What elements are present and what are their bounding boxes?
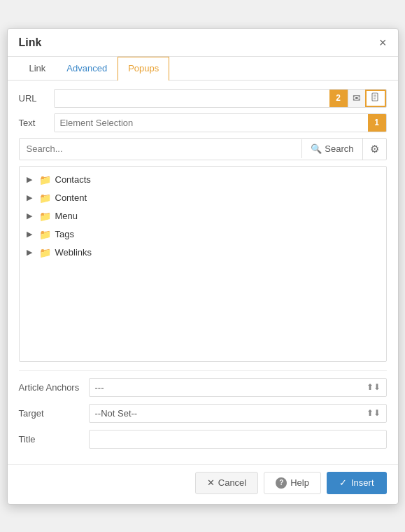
tree-arrow-weblinks: ▶ bbox=[27, 248, 35, 257]
cancel-button[interactable]: ✕ Cancel bbox=[195, 472, 258, 494]
url-label: URL bbox=[19, 93, 54, 104]
tree-label-content: Content bbox=[55, 192, 87, 203]
tree-arrow-tags: ▶ bbox=[27, 230, 35, 239]
tab-popups[interactable]: Popups bbox=[118, 57, 169, 80]
tree-area: ▶ 📁 Contacts ▶ 📁 Content ▶ 📁 Menu ▶ 📁 Ta… bbox=[19, 166, 387, 362]
checkmark-icon: ✓ bbox=[339, 477, 347, 488]
text-input[interactable] bbox=[55, 114, 368, 132]
title-label: Title bbox=[19, 434, 89, 444]
tree-label-tags: Tags bbox=[55, 229, 74, 239]
dialog-header: Link × bbox=[8, 29, 398, 57]
tree-item-menu[interactable]: ▶ 📁 Menu bbox=[20, 207, 386, 225]
tree-label-contacts: Contacts bbox=[55, 174, 91, 185]
tree-arrow-contacts: ▶ bbox=[27, 175, 35, 184]
dialog-title: Link bbox=[19, 36, 42, 55]
insert-button[interactable]: ✓ Insert bbox=[327, 472, 387, 494]
article-anchors-label: Article Anchors bbox=[19, 382, 89, 393]
settings-button[interactable]: ⚙ bbox=[362, 139, 386, 160]
text-badge: 1 bbox=[368, 114, 386, 132]
close-button[interactable]: × bbox=[379, 36, 387, 56]
text-row: Text 1 bbox=[19, 113, 387, 132]
tree-item-tags[interactable]: ▶ 📁 Tags bbox=[20, 225, 386, 244]
target-row: Target --Not Set-- ⬆⬇ bbox=[19, 404, 387, 423]
title-row: Title bbox=[19, 430, 387, 449]
tree-label-weblinks: Weblinks bbox=[55, 247, 92, 258]
tree-item-weblinks[interactable]: ▶ 📁 Weblinks bbox=[20, 244, 386, 262]
search-input[interactable] bbox=[20, 139, 302, 158]
link-dialog: Link × Link Advanced Popups URL 2 ✉ bbox=[7, 28, 399, 505]
folder-icon-menu: 📁 bbox=[39, 211, 51, 222]
cancel-icon: ✕ bbox=[207, 477, 215, 488]
help-icon: ? bbox=[276, 477, 287, 489]
tree-arrow-content: ▶ bbox=[27, 193, 35, 202]
search-row: 🔍 Search ⚙ bbox=[19, 138, 387, 160]
url-badge: 2 bbox=[329, 90, 348, 107]
tree-arrow-menu: ▶ bbox=[27, 211, 35, 220]
email-icon-button[interactable]: ✉ bbox=[348, 90, 365, 107]
title-input[interactable] bbox=[89, 430, 387, 449]
search-button[interactable]: 🔍 Search bbox=[301, 139, 362, 158]
article-anchors-value: --- bbox=[95, 382, 104, 393]
tree-label-menu: Menu bbox=[55, 211, 78, 221]
dialog-footer: ✕ Cancel ? Help ✓ Insert bbox=[8, 464, 398, 504]
folder-icon-contacts: 📁 bbox=[39, 174, 51, 186]
target-select[interactable]: --Not Set-- ⬆⬇ bbox=[89, 404, 387, 423]
article-anchors-select[interactable]: --- ⬆⬇ bbox=[89, 378, 387, 397]
target-value: --Not Set-- bbox=[95, 408, 138, 419]
search-icon: 🔍 bbox=[311, 144, 322, 154]
file-icon-button[interactable] bbox=[365, 90, 386, 107]
article-anchors-row: Article Anchors --- ⬆⬇ bbox=[19, 378, 387, 397]
article-anchors-arrows: ⬆⬇ bbox=[367, 382, 381, 392]
tab-link[interactable]: Link bbox=[19, 57, 57, 80]
folder-icon-weblinks: 📁 bbox=[39, 247, 51, 258]
help-button[interactable]: ? Help bbox=[264, 472, 321, 494]
bottom-form: Article Anchors --- ⬆⬇ Target --Not Set-… bbox=[19, 370, 387, 449]
dialog-body: URL 2 ✉ Text 1 bbox=[8, 80, 398, 464]
target-arrows: ⬆⬇ bbox=[367, 408, 381, 418]
text-label: Text bbox=[19, 118, 54, 128]
tab-bar: Link Advanced Popups bbox=[8, 57, 398, 80]
text-input-group: 1 bbox=[54, 113, 387, 132]
folder-icon-content: 📁 bbox=[39, 192, 51, 204]
tree-item-content[interactable]: ▶ 📁 Content bbox=[20, 189, 386, 207]
folder-icon-tags: 📁 bbox=[39, 229, 51, 240]
url-row: URL 2 ✉ bbox=[19, 89, 387, 108]
url-input[interactable] bbox=[55, 90, 329, 107]
gear-icon: ⚙ bbox=[370, 143, 379, 155]
tab-advanced[interactable]: Advanced bbox=[56, 57, 118, 80]
target-label: Target bbox=[19, 408, 89, 419]
tree-item-contacts[interactable]: ▶ 📁 Contacts bbox=[20, 171, 386, 189]
url-input-group: 2 ✉ bbox=[54, 89, 387, 108]
